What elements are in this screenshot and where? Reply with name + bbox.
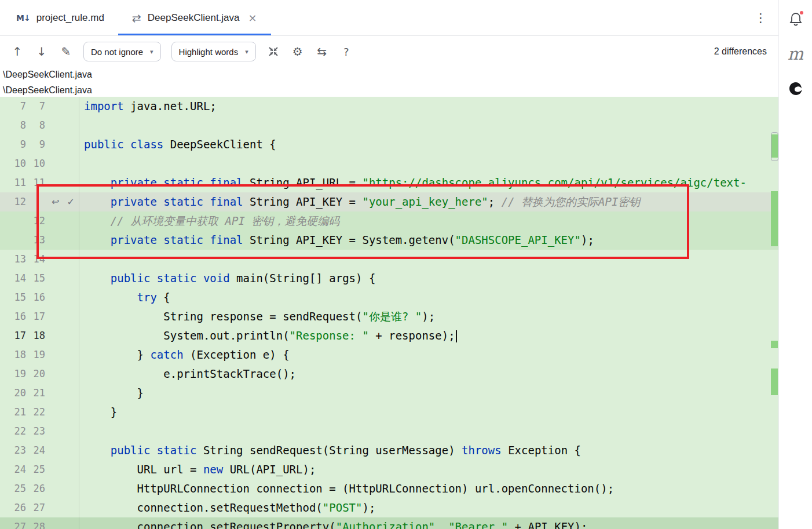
code-line[interactable]: 2324 public static String sendRequest(St… [0, 441, 778, 460]
code-line[interactable]: 12↩✓ private static final String API_KEY… [0, 192, 778, 211]
markdown-file-icon: M↓ [16, 13, 30, 23]
line-numbers: 88 [0, 116, 79, 135]
code-text[interactable]: // 从环境变量中获取 API 密钥，避免硬编码 [79, 211, 339, 231]
line-numbers: 12 [0, 211, 79, 231]
code-line[interactable]: 2425 URL url = new URL(API_URL); [0, 460, 778, 479]
code-text[interactable]: HttpURLConnection connection = (HttpURLC… [79, 479, 614, 498]
code-line[interactable]: 2021 } [0, 384, 778, 403]
diff-main-area: M↓ project_rule.md ⇄ DeepSeekClient.java… [0, 0, 778, 529]
line-numbers: 2324 [0, 441, 79, 460]
code-line[interactable]: 1010 [0, 154, 778, 173]
code-line[interactable]: 99public class DeepSeekClient { [0, 135, 778, 154]
collapse-unchanged-icon[interactable] [263, 42, 284, 61]
code-text[interactable]: try { [79, 288, 170, 307]
line-numbers: 2021 [0, 384, 79, 403]
line-numbers: 12↩✓ [0, 192, 79, 211]
line-numbers: 1718 [0, 326, 79, 345]
revert-change-icon[interactable]: ↩ [52, 192, 59, 211]
code-text[interactable]: } [79, 403, 117, 422]
diff-toolbar: ↑ ↓ ✎ Do not ignore ▾ Highlight words ▾ [0, 36, 778, 67]
tab-project-rule[interactable]: M↓ project_rule.md [2, 0, 118, 35]
right-tool-stripe: m [778, 0, 812, 529]
differences-count: 2 differences [714, 46, 771, 57]
ignore-policy-value: Do not ignore [91, 47, 143, 57]
compared-file-paths: \DeepSeekClient.java \DeepSeekClient.jav… [0, 67, 778, 97]
text-caret [456, 330, 457, 342]
editor-tab-bar: M↓ project_rule.md ⇄ DeepSeekClient.java… [0, 0, 778, 36]
scrollbar-thumb[interactable] [771, 132, 778, 161]
code-line[interactable]: 1617 String response = sendRequest("你是谁?… [0, 307, 778, 326]
editor-scrollbar[interactable] [770, 97, 778, 529]
code-text[interactable]: private static final String API_URL = "h… [79, 173, 747, 192]
line-numbers: 2728 [0, 517, 79, 529]
code-line[interactable]: 1819 } catch (Exception e) { [0, 345, 778, 364]
code-text[interactable]: } [79, 384, 144, 403]
code-text[interactable]: private static final String API_KEY = "y… [79, 192, 640, 211]
code-text[interactable]: System.out.println("Response: " + respon… [79, 326, 457, 345]
chevron-down-icon: ▾ [245, 48, 248, 56]
code-text[interactable]: public class DeepSeekClient { [79, 135, 276, 154]
code-line[interactable]: 2122 } [0, 403, 778, 422]
code-line[interactable]: 1920 e.printStackTrace(); [0, 364, 778, 384]
highlight-mode-dropdown[interactable]: Highlight words ▾ [171, 42, 256, 61]
code-line[interactable]: 13 private static final String API_KEY =… [0, 231, 778, 250]
code-line[interactable]: 1314 [0, 250, 778, 269]
code-text[interactable] [79, 116, 84, 135]
notifications-bell-icon[interactable] [788, 12, 803, 27]
ignore-policy-dropdown[interactable]: Do not ignore ▾ [83, 42, 161, 61]
diff-scroll-marker [771, 341, 778, 348]
code-line[interactable]: 1516 try { [0, 288, 778, 307]
ai-assistant-icon[interactable] [788, 81, 803, 98]
code-line[interactable]: 1415 public static void main(String[] ar… [0, 269, 778, 288]
code-line[interactable]: 2223 [0, 422, 778, 441]
code-line[interactable]: 2728 connection.setRequestProperty("Auth… [0, 517, 778, 529]
help-icon[interactable]: ? [336, 42, 357, 61]
code-text[interactable] [79, 422, 84, 441]
line-numbers: 1111 [0, 173, 79, 192]
previous-difference-icon[interactable]: ↑ [7, 42, 28, 61]
tab-deepseekclient[interactable]: ⇄ DeepSeekClient.java × [118, 0, 271, 35]
accept-change-icon[interactable]: ✓ [67, 192, 74, 211]
sync-compare-icon[interactable]: ⇆ [312, 42, 332, 61]
settings-gear-icon[interactable]: ⚙ [287, 42, 308, 61]
edit-pencil-icon[interactable]: ✎ [56, 42, 76, 61]
code-text[interactable] [79, 154, 84, 173]
diff-file-icon: ⇄ [132, 12, 141, 24]
diff-editor[interactable]: 77import java.net.URL;8899public class D… [0, 97, 778, 529]
code-line[interactable]: 1111 private static final String API_URL… [0, 173, 778, 192]
line-numbers: 1010 [0, 154, 79, 173]
code-text[interactable]: e.printStackTrace(); [79, 364, 296, 384]
line-numbers: 2223 [0, 422, 79, 441]
code-text[interactable]: public static void main(String[] args) { [79, 269, 375, 288]
line-numbers: 99 [0, 135, 79, 154]
code-line[interactable]: 2526 HttpURLConnection connection = (Htt… [0, 479, 778, 498]
code-line[interactable]: 1718 System.out.println("Response: " + r… [0, 326, 778, 345]
code-text[interactable]: private static final String API_KEY = Sy… [79, 231, 594, 250]
code-line[interactable]: 12 // 从环境变量中获取 API 密钥，避免硬编码 [0, 211, 778, 231]
line-numbers: 1415 [0, 269, 79, 288]
next-difference-icon[interactable]: ↓ [31, 42, 52, 61]
code-line[interactable]: 88 [0, 116, 778, 135]
more-options-icon[interactable]: ⋮ [743, 11, 778, 25]
code-text[interactable]: import java.net.URL; [79, 97, 217, 116]
code-text[interactable]: public static String sendRequest(String … [79, 441, 581, 460]
code-line[interactable]: 2627 connection.setRequestMethod("POST")… [0, 498, 778, 517]
line-numbers: 77 [0, 97, 79, 116]
right-file-path: \DeepSeekClient.java [3, 82, 778, 98]
line-numbers: 13 [0, 231, 79, 250]
code-line[interactable]: 77import java.net.URL; [0, 97, 778, 116]
tab-label: DeepSeekClient.java [148, 12, 240, 24]
code-text[interactable]: String response = sendRequest("你是谁? "); [79, 307, 435, 326]
code-text[interactable]: connection.setRequestProperty("Authoriza… [79, 517, 587, 529]
code-text[interactable]: connection.setRequestMethod("POST"); [79, 498, 375, 517]
m-plugin-icon[interactable]: m [788, 46, 804, 61]
code-text[interactable]: URL url = new URL(API_URL); [79, 460, 316, 479]
tab-label: project_rule.md [36, 12, 104, 24]
close-tab-icon[interactable]: × [248, 12, 257, 24]
code-text[interactable]: } catch (Exception e) { [79, 345, 290, 364]
diff-scroll-marker [771, 369, 778, 395]
code-text[interactable] [79, 250, 84, 269]
diff-tool-window: M↓ project_rule.md ⇄ DeepSeekClient.java… [0, 0, 812, 529]
highlight-mode-value: Highlight words [179, 47, 239, 57]
diff-scroll-marker [771, 191, 778, 246]
